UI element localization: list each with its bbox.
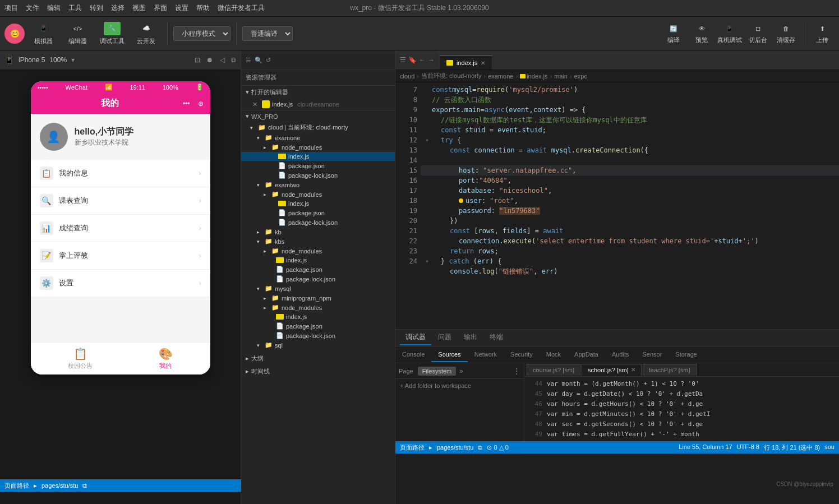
menu-item-file[interactable]: 文件	[26, 3, 39, 13]
dt-tab-sensor[interactable]: Sensor	[635, 348, 669, 362]
dt-tab-security[interactable]: Security	[504, 348, 540, 362]
tree-index-js-4[interactable]: index.js	[241, 312, 395, 321]
go-back-icon[interactable]: ☰	[400, 56, 406, 64]
dt-tab-mock[interactable]: Mock	[540, 348, 568, 362]
cut-back-button[interactable]: ⊡ 切后台	[745, 22, 770, 44]
tab-problems[interactable]: 问题	[432, 330, 457, 345]
debug-button[interactable]: 🔧 调试工具	[96, 20, 127, 48]
menu-item-my-info[interactable]: 📋 我的信息 ›	[31, 160, 210, 187]
tree-sql-folder[interactable]: ▾ 📁 sql	[241, 340, 395, 350]
tree-package-lock-4[interactable]: 📄 package-lock.json	[241, 331, 395, 340]
menu-item-wx[interactable]: 微信开发者工具	[218, 3, 265, 13]
src-tab-school[interactable]: school.js? [sm] ✕	[582, 364, 642, 376]
mode-select[interactable]: 小程序模式	[173, 26, 231, 41]
dt-tab-audits[interactable]: Audits	[605, 348, 636, 362]
dt-tab-sources[interactable]: Sources	[431, 348, 467, 362]
tree-node-modules-3[interactable]: ▸ 📁 node_modules	[241, 246, 395, 256]
cloud-button[interactable]: ☁️ 云开发	[131, 20, 162, 48]
menu-item-select[interactable]: 选择	[111, 3, 125, 13]
tree-node-modules-2[interactable]: ▸ 📁 node_modules	[241, 189, 395, 199]
tree-cloud-folder[interactable]: ▾ 📁 cloud | 当前环境: cloud-morty	[241, 122, 395, 133]
add-folder-link[interactable]: + Add folder to workspace	[395, 379, 524, 392]
tab-output[interactable]: 输出	[458, 330, 483, 345]
dt-tab-appdata[interactable]: AppData	[568, 348, 605, 362]
menu-item-project[interactable]: 项目	[4, 3, 18, 13]
code-content[interactable]: const mysql = require('mysql2/promise') …	[421, 82, 839, 329]
tree-package-json-2[interactable]: 📄 package.json	[241, 208, 395, 218]
explorer-list-icon[interactable]: ☰	[246, 57, 251, 64]
tree-node-modules-1[interactable]: ▸ 📁 node_modules	[241, 142, 395, 152]
tree-package-json-1[interactable]: 📄 package.json	[241, 161, 395, 170]
sim-device[interactable]: iPhone 5	[19, 56, 45, 64]
editor-button[interactable]: </> 编辑器	[62, 20, 93, 48]
clear-cache-button[interactable]: 🗑 清缓存	[773, 22, 798, 44]
tree-examone-folder[interactable]: ▾ 📁 examone	[241, 133, 395, 142]
compile-button[interactable]: 🔄 编译	[661, 22, 686, 44]
dt-tab-network[interactable]: Network	[468, 348, 504, 362]
menu-item-settings[interactable]: ⚙️ 设置 ›	[31, 270, 210, 297]
tree-index-js-2[interactable]: index.js	[241, 199, 395, 208]
upload-button[interactable]: ⬆ 上传	[810, 22, 835, 44]
menu-item-view[interactable]: 视图	[132, 3, 146, 13]
real-debug-button[interactable]: 📱 真机调试	[717, 22, 742, 44]
menu-item-settings[interactable]: 设置	[175, 3, 188, 13]
menu-item-eval[interactable]: 📝 掌上评教 ›	[31, 242, 210, 270]
copy-page-icon[interactable]: ⧉	[82, 482, 87, 489]
simulator-button[interactable]: 📱 模拟器	[28, 20, 59, 48]
tree-package-lock-1[interactable]: 📄 package-lock.json	[241, 170, 395, 180]
sim-screenshot-icon[interactable]: ⏺	[206, 56, 213, 64]
tree-kb-folder[interactable]: ▸ 📁 kb	[241, 227, 395, 237]
tab-terminal[interactable]: 终端	[484, 330, 509, 345]
tree-package-lock-2[interactable]: 📄 package-lock.json	[241, 218, 395, 227]
src-tab-teachP[interactable]: teachP.js? [sm]	[643, 364, 697, 376]
open-file-item-0[interactable]: ✕ index.js cloud\examone	[241, 99, 395, 110]
outline-section[interactable]: ▸ 大纲	[241, 352, 395, 365]
tree-examtwo-folder[interactable]: ▾ 📁 examtwo	[241, 180, 395, 189]
explorer-search-icon[interactable]: 🔍	[255, 57, 262, 64]
tree-miniprogram-npm[interactable]: ▸ 📁 miniprogram_npm	[241, 293, 395, 303]
filesystem-button[interactable]: Filesystem	[418, 367, 457, 376]
nav-forward-icon[interactable]: →	[428, 56, 435, 64]
open-editors-header[interactable]: ▾ 打开的编辑器	[241, 86, 395, 99]
dt-tab-console[interactable]: Console	[395, 348, 431, 362]
menu-item-grades[interactable]: 📊 成绩查询 ›	[31, 215, 210, 242]
tree-kbs-folder[interactable]: ▾ 📁 kbs	[241, 237, 395, 246]
tree-package-lock-3[interactable]: 📄 package-lock.json	[241, 274, 395, 284]
bottom-tab-notice[interactable]: 📋 校园公告	[68, 347, 93, 370]
sim-zoom-arrow[interactable]: ▾	[71, 56, 75, 64]
src-tab-course[interactable]: course.js? [sm]	[527, 364, 580, 376]
project-header[interactable]: ▾ WX_PRO	[241, 110, 395, 122]
avatar[interactable]: 😊	[4, 24, 25, 44]
nav-add-icon[interactable]: ⊕	[198, 100, 204, 108]
compile-select[interactable]: 普通编译	[242, 26, 293, 41]
explorer-refresh-icon[interactable]: ↺	[266, 57, 271, 64]
bottom-tab-mine[interactable]: 🎨 我的	[159, 347, 173, 370]
sim-copy-icon[interactable]: ⧉	[231, 56, 236, 64]
tab-close-icon[interactable]: ✕	[481, 60, 485, 66]
tree-index-js-3[interactable]: index.js	[241, 256, 395, 265]
devtools-more-icon[interactable]: ⋮	[513, 367, 520, 376]
menu-item-tools[interactable]: 工具	[68, 3, 82, 13]
nav-dot-menu[interactable]: •••	[183, 100, 190, 108]
dt-tab-storage[interactable]: Storage	[669, 348, 704, 362]
menu-item-interface[interactable]: 界面	[154, 3, 167, 13]
tree-package-json-4[interactable]: 📄 package.json	[241, 321, 395, 331]
preview-button[interactable]: 👁 预览	[689, 22, 714, 44]
tree-node-modules-4[interactable]: ▸ 📁 node_modules	[241, 303, 395, 312]
tab-debugger[interactable]: 调试器	[400, 330, 431, 345]
timeline-section[interactable]: ▸ 时间线	[241, 365, 395, 378]
sim-rotate-icon[interactable]: ⊡	[195, 56, 200, 64]
tree-mysql-folder[interactable]: ▾ 📁 mysql	[241, 284, 395, 293]
pin-icon[interactable]: 🔖	[408, 56, 417, 64]
menu-item-help[interactable]: 帮助	[196, 3, 210, 13]
menu-item-goto[interactable]: 转到	[90, 3, 103, 13]
status-copy-icon[interactable]: ⧉	[478, 444, 482, 451]
menu-item-edit[interactable]: 编辑	[47, 3, 61, 13]
open-file-close-icon[interactable]: ✕	[252, 101, 257, 108]
src-tab-school-close[interactable]: ✕	[631, 367, 635, 373]
menu-item-schedule[interactable]: 🔍 课表查询 ›	[31, 187, 210, 215]
tree-index-js-1[interactable]: index.js	[241, 152, 395, 161]
nav-back-icon[interactable]: ←	[419, 56, 426, 64]
sim-back-icon[interactable]: ◁	[220, 56, 225, 64]
tree-package-json-3[interactable]: 📄 package.json	[241, 265, 395, 274]
